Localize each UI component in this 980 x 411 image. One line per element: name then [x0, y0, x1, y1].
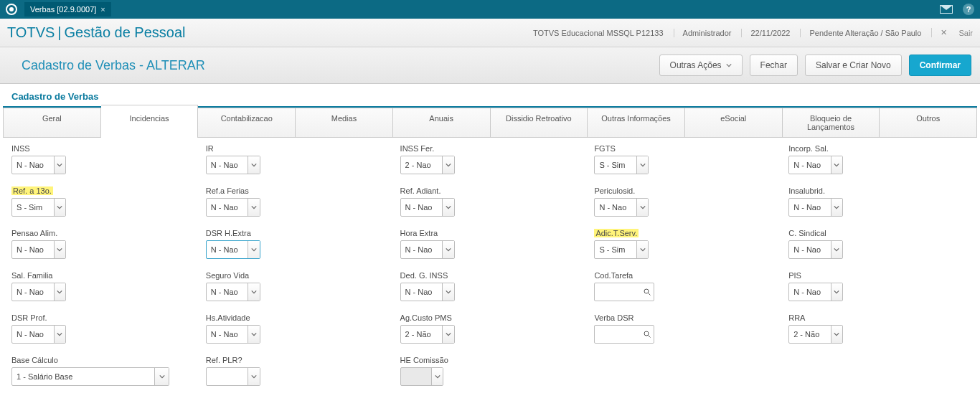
chevron-down-icon[interactable] — [248, 326, 259, 343]
chevron-down-icon[interactable] — [248, 241, 259, 258]
tab-geral[interactable]: Geral — [3, 108, 101, 137]
label-base-calc: Base Cálculo — [11, 356, 58, 364]
chevron-down-icon[interactable] — [636, 199, 648, 216]
chevron-down-icon[interactable] — [442, 156, 453, 174]
salvar-criar-novo-button[interactable]: Salvar e Criar Novo — [805, 55, 902, 76]
window-tab-label: Verbas [02.9.0007] — [30, 5, 96, 14]
inss-fer-select[interactable] — [400, 156, 455, 174]
status-label: Pendente Alteração / São Paulo — [800, 29, 921, 37]
help-icon[interactable]: ? — [963, 4, 974, 15]
chevron-down-icon[interactable] — [831, 283, 842, 301]
label-ref-plr: Ref. PLR? — [206, 356, 242, 364]
ir-select[interactable] — [206, 156, 260, 174]
label-pensao: Pensao Alim. — [11, 229, 57, 237]
appbar: TOTVS | Gestão de Pessoal TOTVS Educacio… — [0, 19, 980, 47]
chevron-down-icon[interactable] — [54, 326, 65, 343]
app-name: Gestão de Pessoal — [65, 24, 186, 41]
ref-plr-select[interactable] — [206, 367, 260, 386]
form-area: INSS IR INSS Fer. FGTS Incorp. Sal. Ref.… — [0, 138, 980, 403]
chevron-down-icon[interactable] — [248, 156, 259, 174]
chevron-down-icon[interactable] — [54, 241, 65, 258]
sal-familia-select[interactable] — [11, 283, 66, 301]
insalubrid-select[interactable] — [788, 198, 843, 217]
window-titlebar: Verbas [02.9.0007] × ? — [0, 0, 980, 19]
cod-tarefa-input[interactable] — [594, 283, 654, 301]
seguro-vida-select[interactable] — [206, 283, 260, 301]
incorp-select[interactable] — [788, 156, 843, 174]
tab-outros[interactable]: Outros — [880, 108, 977, 137]
chevron-down-icon[interactable] — [831, 156, 842, 174]
chevron-down-icon[interactable] — [442, 326, 453, 343]
tab-esocial[interactable]: eSocial — [685, 108, 783, 137]
label-dsr-hextra: DSR H.Extra — [206, 229, 251, 237]
confirmar-button[interactable]: Confirmar — [909, 55, 971, 76]
svg-line-1 — [648, 293, 650, 296]
chevron-down-icon[interactable] — [831, 326, 842, 343]
label-dsr-prof: DSR Prof. — [11, 313, 47, 322]
adic-tserv-select[interactable] — [594, 240, 649, 259]
search-icon[interactable] — [640, 283, 654, 301]
chevron-down-icon[interactable] — [442, 241, 453, 258]
label-cod-tarefa: Cod.Tarefa — [594, 271, 633, 280]
label-hora-extra: Hora Extra — [400, 229, 438, 237]
dsr-hextra-select[interactable] — [206, 240, 260, 259]
dsr-prof-select[interactable] — [11, 325, 66, 344]
ref13-select[interactable] — [11, 198, 66, 217]
label-ref13: Ref. a 13o. — [11, 186, 53, 195]
chevron-down-icon[interactable] — [442, 199, 453, 216]
tab-medias[interactable]: Medias — [296, 108, 393, 137]
chevron-down-icon[interactable] — [248, 283, 259, 301]
ref-adiant-select[interactable] — [400, 198, 455, 217]
close-icon[interactable]: × — [100, 5, 105, 14]
chevron-down-icon[interactable] — [54, 156, 65, 174]
svg-point-2 — [644, 331, 649, 336]
hora-extra-select[interactable] — [400, 240, 455, 259]
chevron-down-icon[interactable] — [636, 241, 648, 258]
label-rra: RRA — [788, 313, 805, 322]
outras-acoes-button[interactable]: Outras Ações — [659, 55, 743, 76]
chevron-down-icon[interactable] — [248, 199, 259, 216]
chevron-down-icon[interactable] — [248, 368, 259, 385]
chevron-down-icon[interactable] — [54, 199, 65, 216]
label-verba-dsr: Verba DSR — [594, 313, 633, 322]
tab-outras-info[interactable]: Outras Informações — [588, 108, 685, 137]
chevron-down-icon[interactable] — [831, 199, 842, 216]
chevron-down-icon[interactable] — [154, 368, 169, 385]
mail-icon[interactable] — [940, 5, 953, 14]
hs-atividade-select[interactable] — [206, 325, 260, 344]
ded-g-inss-select[interactable] — [400, 283, 455, 301]
date-label: 22/11/2022 — [741, 29, 790, 37]
chevron-down-icon[interactable] — [831, 241, 842, 258]
pensao-select[interactable] — [11, 240, 66, 259]
svg-point-0 — [644, 289, 649, 293]
rra-select[interactable] — [788, 325, 843, 344]
he-comissao-select[interactable] — [400, 367, 443, 386]
tab-anuais[interactable]: Anuais — [393, 108, 491, 137]
search-icon[interactable] — [640, 326, 654, 343]
tab-dissidio[interactable]: Dissidio Retroativo — [491, 108, 588, 137]
chevron-down-icon[interactable] — [54, 283, 65, 301]
ag-custo-select[interactable] — [400, 325, 455, 344]
chevron-down-icon[interactable] — [442, 283, 453, 301]
ref-ferias-select[interactable] — [206, 198, 260, 217]
exit-button[interactable]: ✕ Sair — [931, 28, 973, 37]
periculosid-select[interactable] — [594, 198, 649, 217]
verba-dsr-input[interactable] — [594, 325, 654, 344]
label-periculosid: Periculosid. — [594, 186, 635, 195]
page-title: Cadastro de Verbas - ALTERAR — [22, 58, 205, 73]
tab-incidencias[interactable]: Incidencias — [101, 105, 199, 137]
c-sindical-select[interactable] — [788, 240, 843, 259]
tab-contabilizacao[interactable]: Contabilizacao — [198, 108, 296, 137]
fechar-button[interactable]: Fechar — [750, 55, 798, 76]
user-label: Administrador — [674, 29, 732, 37]
tab-bloqueio[interactable]: Bloqueio de Lançamentos — [783, 108, 880, 137]
pis-select[interactable] — [788, 283, 843, 301]
chevron-down-icon[interactable] — [636, 156, 648, 174]
chevron-down-icon[interactable] — [431, 368, 442, 385]
label-ag-custo: Ag.Custo PMS — [400, 313, 452, 322]
fgts-select[interactable] — [594, 156, 649, 174]
inss-select[interactable] — [11, 156, 66, 174]
window-tab[interactable]: Verbas [02.9.0007] × — [24, 2, 111, 16]
env-label: TOTVS Educacional MSSQL P12133 — [524, 29, 664, 37]
base-calc-select[interactable] — [11, 367, 169, 386]
